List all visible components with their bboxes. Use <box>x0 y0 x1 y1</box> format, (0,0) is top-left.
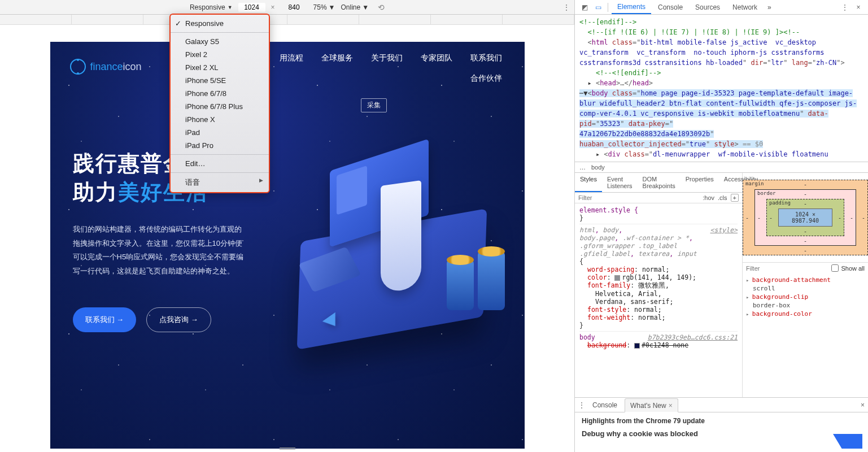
close-icon[interactable]: × <box>669 402 673 410</box>
emulated-viewport: financeicon 用流程 全球服务 关于我们 专家团队 联系我们 合作伙伴… <box>0 25 574 452</box>
device-option[interactable]: iPhone 6/7/8 Plus <box>171 100 269 113</box>
device-option[interactable]: Pixel 2 <box>171 48 269 61</box>
styles-filter-row: :hov .cls + <box>575 193 742 203</box>
resize-handle[interactable] <box>280 447 295 451</box>
contact-button[interactable]: 联系我们 → <box>73 307 137 332</box>
dropdown-icon: ▼ <box>362 3 369 11</box>
device-option[interactable]: Pixel 2 XL <box>171 61 269 74</box>
consult-button[interactable]: 点我咨询 → <box>146 307 211 332</box>
device-mode-label: Responsive <box>190 3 225 11</box>
computed-filter-input[interactable] <box>746 265 829 272</box>
close-icon[interactable]: × <box>852 3 865 11</box>
drawer-body: Highlights from the Chrome 79 update Deb… <box>575 412 868 452</box>
styles-filter-input[interactable] <box>578 194 699 201</box>
tab-dom-breakpoints[interactable]: DOM Breakpoints <box>638 173 681 192</box>
device-option[interactable]: iPhone 6/7/8 <box>171 87 269 100</box>
zoom-select[interactable]: 75% ▼ <box>313 3 335 11</box>
logo-text-2: icon <box>123 61 142 72</box>
hero-body: 我们的网站构建器，将传统的编码工作转化为直观的拖拽操作和文字录入。在这里，您仅需… <box>73 223 248 279</box>
tab-sources[interactable]: Sources <box>690 0 726 14</box>
drawer-tab-console[interactable]: Console <box>587 398 622 412</box>
tab-elements[interactable]: Elements <box>612 0 651 14</box>
hov-toggle[interactable]: :hov <box>703 194 714 201</box>
breadcrumb-item[interactable]: … <box>579 164 586 171</box>
more-icon[interactable]: ⋮ <box>563 3 570 11</box>
dropdown-icon: ▼ <box>228 5 233 10</box>
tab-console[interactable]: Console <box>652 0 688 14</box>
whatsnew-highlights: Highlights from the Chrome 79 update <box>582 417 861 425</box>
dropdown-icon: ▼ <box>329 3 335 11</box>
tab-styles[interactable]: Styles <box>575 173 602 192</box>
tab-event-listeners[interactable]: Event Listeners <box>602 173 638 192</box>
box-content: 1024 × 8987.940 <box>778 208 832 227</box>
computed-column: margin - - - - border - - - - padding - … <box>743 173 868 397</box>
device-option[interactable]: Galaxy S5 <box>171 35 269 48</box>
nav-link[interactable]: 合作伙伴 <box>470 73 502 84</box>
computed-list[interactable]: background-attachment scroll background-… <box>743 273 868 320</box>
breadcrumb-item[interactable]: body <box>591 164 605 171</box>
nav-link[interactable]: 专家团队 <box>421 53 452 63</box>
feedback-flag-icon[interactable] <box>833 434 862 449</box>
responsive-rulers[interactable] <box>0 15 574 25</box>
cta-row: 联系我们 → 点我咨询 → <box>73 307 211 332</box>
site-logo[interactable]: financeicon <box>70 59 142 75</box>
width-input[interactable] <box>238 3 265 12</box>
nav-link[interactable]: 全球服务 <box>321 53 353 63</box>
device-dropdown-menu: Responsive Galaxy S5 Pixel 2 Pixel 2 XL … <box>169 14 270 193</box>
top-nav: 用流程 全球服务 关于我们 专家团队 联系我们 合作伙伴 <box>280 53 502 84</box>
logo-icon <box>70 59 86 75</box>
styles-tabbar: Styles Event Listeners DOM Breakpoints P… <box>575 173 742 193</box>
device-option-voice[interactable]: 语音 <box>171 175 269 190</box>
dom-breadcrumb[interactable]: … body <box>575 162 868 172</box>
tabs-overflow-icon[interactable]: » <box>764 3 775 11</box>
device-option-edit[interactable]: Edit… <box>171 157 269 170</box>
styles-row: Styles Event Listeners DOM Breakpoints P… <box>575 172 868 397</box>
devtools-tabbar: ◩ ▭ Elements Console Sources Network » ⋮… <box>575 0 868 15</box>
device-option[interactable]: iPad Pro <box>171 139 269 152</box>
elements-tree[interactable]: <!--[endif]--> <!--[if !(IE 6) | !(IE 7)… <box>575 15 868 162</box>
drawer: ⋮ Console What's New× × Highlights from … <box>575 397 868 452</box>
selected-body-node[interactable]: ⋯▼<body class="home page page-id-35323 p… <box>579 89 857 148</box>
show-all-label: Show all <box>841 265 865 272</box>
collect-button[interactable]: 采集 <box>361 98 387 112</box>
css-rules[interactable]: element.style { } html, body,<style> bod… <box>575 203 742 397</box>
device-option[interactable]: iPad <box>171 126 269 139</box>
drawer-tabbar: ⋮ Console What's New× × <box>575 398 868 412</box>
device-option-responsive[interactable]: Responsive <box>171 17 269 30</box>
headline-line2a: 助力 <box>73 180 118 204</box>
device-option[interactable]: iPhone 5/SE <box>171 74 269 87</box>
close-icon[interactable]: × <box>861 401 865 409</box>
viewport-pane: Responsive ▼ × 75% ▼ Online ▼ ⟲ ⋮ financ… <box>0 0 574 452</box>
network-value: Online <box>341 3 360 11</box>
show-all-checkbox[interactable] <box>831 264 839 272</box>
tab-network[interactable]: Network <box>727 0 763 14</box>
nav-link[interactable]: 用流程 <box>280 53 303 63</box>
height-input[interactable] <box>281 3 308 12</box>
box-model[interactable]: margin - - - - border - - - - padding - … <box>743 180 868 255</box>
whatsnew-heading: Debug why a cookie was blocked <box>582 429 861 438</box>
zoom-value: 75% <box>313 3 327 11</box>
device-mode-icon[interactable]: ▭ <box>592 3 604 11</box>
hero-illustration <box>273 141 516 355</box>
dimension-separator: × <box>271 3 275 11</box>
rotate-icon[interactable]: ⟲ <box>378 3 385 12</box>
nav-link[interactable]: 联系我们 <box>470 53 502 63</box>
devtools-pane: ◩ ▭ Elements Console Sources Network » ⋮… <box>574 0 868 452</box>
computed-filter-row: Show all <box>743 262 868 273</box>
logo-text-1: finance <box>90 61 123 72</box>
nav-link[interactable]: 关于我们 <box>371 53 403 63</box>
more-icon[interactable]: ⋮ <box>839 3 851 11</box>
inspect-icon[interactable]: ◩ <box>578 3 591 11</box>
drawer-tab-whatsnew[interactable]: What's New× <box>625 398 678 412</box>
drawer-menu-icon[interactable]: ⋮ <box>578 401 585 409</box>
styles-column: Styles Event Listeners DOM Breakpoints P… <box>575 173 743 397</box>
website-preview: financeicon 用流程 全球服务 关于我们 专家团队 联系我们 合作伙伴… <box>50 42 525 449</box>
device-option[interactable]: iPhone X <box>171 113 269 126</box>
tab-properties[interactable]: Properties <box>681 173 719 192</box>
device-toolbar: Responsive ▼ × 75% ▼ Online ▼ ⟲ ⋮ <box>0 0 574 15</box>
new-rule-button[interactable]: + <box>731 194 739 202</box>
device-mode-select[interactable]: Responsive ▼ <box>190 3 233 11</box>
cls-toggle[interactable]: .cls <box>718 194 727 201</box>
network-select[interactable]: Online ▼ <box>341 3 369 11</box>
